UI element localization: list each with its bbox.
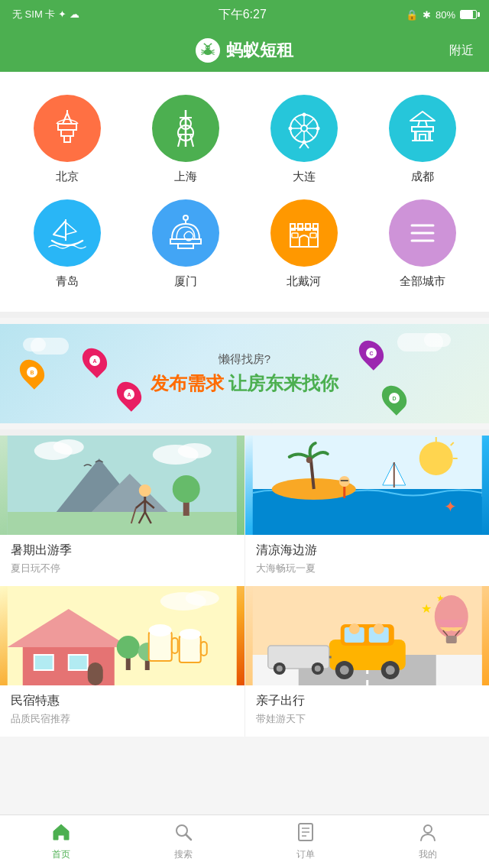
city-grid: 北京 上海 [0,72,489,312]
bottom-navigation: 首页 搜索 订单 我的 [0,815,489,868]
nav-item-order[interactable]: 订单 [244,815,367,868]
svg-line-10 [202,53,204,55]
activity-info-beach: 清凉海边游 大海畅玩一夏 [245,535,490,586]
city-item-xiamen[interactable]: 厦门 [126,192,244,296]
svg-marker-44 [418,121,427,127]
svg-rect-14 [64,136,70,142]
svg-line-36 [294,131,302,138]
activity-info-villa: 民宿特惠 品质民宿推荐 [0,685,244,737]
nearby-button[interactable]: 附近 [449,43,474,59]
activity-image-road: ★ ★ ★ [245,586,490,685]
svg-rect-46 [415,131,430,141]
svg-point-130 [348,623,359,634]
cloud-2b [424,333,451,347]
banner-subtitle: 懒得找房? [151,352,339,367]
pin-b-label: B [27,367,37,377]
status-right: 🔒 ✱ 80% [406,9,477,21]
app-logo: 蚂蚁短租 [196,38,293,63]
activity-card-road[interactable]: ★ ★ ★ [245,586,490,737]
svg-point-127 [385,666,394,675]
city-name-shanghai: 上海 [174,170,197,184]
promotion-banner[interactable]: B A A C D 懒得找房? 发布需求 让房东来找你 [0,324,489,423]
bottom-spacer [0,737,489,790]
svg-point-39 [302,113,306,117]
activity-row-2: 民宿特惠 品质民宿推荐 [0,586,489,737]
svg-rect-64 [310,233,316,238]
city-item-beijing[interactable]: 北京 [8,87,126,192]
city-icon-chengdu [389,95,456,162]
svg-rect-15 [61,130,73,136]
svg-point-42 [288,127,292,131]
svg-line-3 [209,44,211,46]
activity-card-summer[interactable]: 暑期出游季 夏日玩不停 [0,436,244,586]
svg-point-57 [183,215,188,220]
activity-row-1: 暑期出游季 夏日玩不停 [0,436,489,586]
activity-title-road: 亲子出行 [256,693,479,709]
nav-item-mine[interactable]: 我的 [367,815,489,868]
city-name-chengdu: 成都 [411,170,434,184]
app-header: 蚂蚁短租 附近 [0,29,489,72]
svg-point-4 [204,43,206,44]
logo-icon [196,38,220,63]
svg-rect-103 [34,655,53,670]
nav-item-home[interactable]: 首页 [0,815,122,868]
activity-title-summer: 暑期出游季 [11,542,234,559]
svg-line-13 [212,53,214,55]
svg-text:★: ★ [420,602,431,615]
city-icon-beijing [34,95,101,162]
city-name-xiamen: 厦门 [174,274,197,289]
home-icon [51,822,71,845]
activity-desc-road: 带娃游天下 [256,712,479,726]
activity-card-beach[interactable]: ✦ 清凉海边游 大海畅玩一夏 [245,436,490,586]
svg-rect-47 [419,134,426,141]
status-left: 无 SIM 卡 ✦ ☁ [12,8,79,21]
svg-rect-105 [88,662,103,685]
svg-point-140 [314,666,320,672]
svg-rect-55 [178,244,193,248]
city-item-dalian[interactable]: 大连 [244,87,363,192]
status-bar: 无 SIM 卡 ✦ ☁ 下午6:27 🔒 ✱ 80% [0,0,489,29]
banner-title-highlight: 发布需求 [151,373,224,394]
city-icon-qingdao [34,199,101,267]
banner-title: 发布需求 让房东来找你 [151,371,339,396]
svg-line-34 [306,131,313,138]
svg-rect-71 [8,512,237,535]
map-pin-b: B [15,355,49,389]
city-item-all[interactable]: 全部城市 [363,192,481,296]
svg-line-2 [205,44,206,46]
divider-1 [0,312,489,318]
svg-marker-43 [410,112,435,121]
svg-rect-113 [180,636,201,662]
svg-point-125 [339,666,348,675]
svg-point-84 [178,443,212,458]
nav-item-search[interactable]: 搜索 [122,815,244,868]
lock-icon: 🔒 [406,9,418,21]
svg-line-146 [186,834,191,840]
activity-info-summer: 暑期出游季 夏日玩不停 [0,535,244,586]
svg-point-74 [139,484,151,497]
pin-c-label: C [366,348,377,358]
svg-point-141 [434,595,468,638]
nav-label-mine: 我的 [419,848,437,861]
city-icon-dalian [270,95,338,162]
banner-title-green: 让房东来找你 [224,373,339,394]
svg-text:✦: ✦ [443,498,456,515]
activity-card-villa[interactable]: 民宿特惠 品质民宿推荐 [0,586,244,737]
nav-label-search: 搜索 [174,848,193,861]
svg-point-115 [180,629,201,640]
city-item-chengdu[interactable]: 成都 [363,87,481,192]
svg-point-82 [53,439,84,455]
svg-rect-63 [292,233,298,238]
city-item-beidaihe[interactable]: 北戴河 [244,192,363,296]
svg-line-11 [212,50,214,51]
svg-marker-52 [53,221,66,238]
search-icon [173,822,193,845]
svg-point-131 [373,623,384,634]
svg-line-8 [202,50,204,51]
svg-point-7 [209,47,210,49]
svg-point-112 [149,624,172,636]
map-pin-a1: A [112,377,146,411]
city-item-shanghai[interactable]: 上海 [126,87,244,192]
city-item-qingdao[interactable]: 青岛 [8,192,126,296]
svg-point-107 [117,636,140,659]
